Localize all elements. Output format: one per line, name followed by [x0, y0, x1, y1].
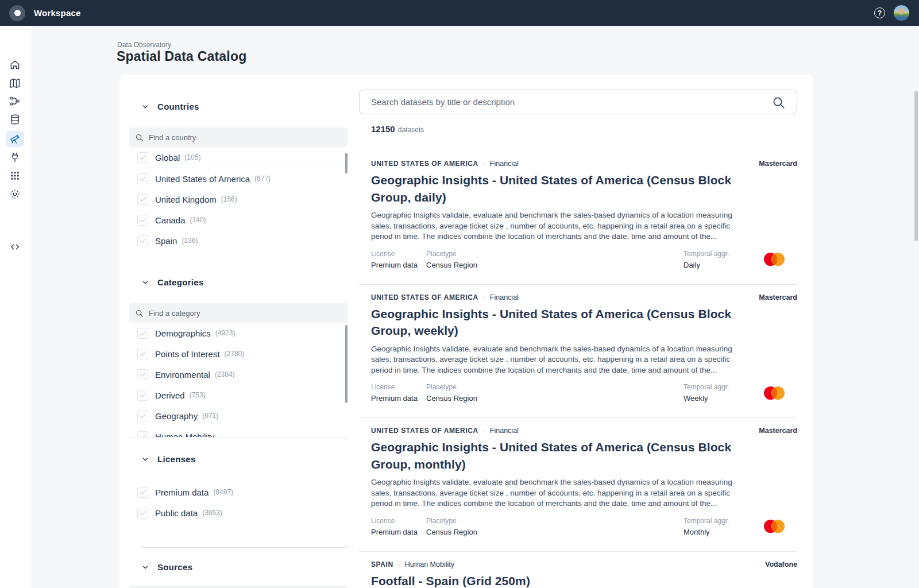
dataset-card-header: UNITED STATES OF AMERICA · Financial Mas…	[371, 427, 797, 435]
dataset-title: Footfall - Spain (Grid 250m)	[371, 572, 750, 588]
database-icon[interactable]	[6, 111, 24, 127]
filter-option-count: (753)	[190, 391, 206, 399]
checkbox[interactable]	[137, 328, 148, 339]
filter-option-label: Public data	[155, 508, 198, 518]
filter-option-label: United States of America	[155, 174, 250, 184]
user-avatar[interactable]	[893, 5, 910, 21]
categories-section-header[interactable]: Categories	[141, 277, 204, 287]
filter-option-row[interactable]: Geography (671)	[129, 405, 347, 426]
check-icon	[139, 154, 146, 161]
code-icon[interactable]	[6, 239, 24, 255]
filter-option-label: Human Mobility	[155, 432, 214, 438]
dataset-description: Geographic Insights validate, evaluate a…	[371, 477, 751, 509]
filter-option-count: (2780)	[225, 350, 245, 358]
checkbox[interactable]	[137, 431, 148, 438]
dataset-category: Financial	[490, 427, 519, 435]
filter-option-row[interactable]: Spain (136)	[129, 230, 347, 251]
filter-option-row[interactable]: United States of America (677)	[129, 168, 347, 189]
meta-value: Premium data	[371, 528, 426, 536]
filter-option-row[interactable]: Public data (3653)	[129, 502, 347, 523]
meta-value: Census Region	[426, 261, 684, 269]
apps-grid-icon[interactable]	[6, 168, 24, 184]
help-icon[interactable]: ?	[874, 7, 885, 18]
countries-section-header[interactable]: Countries	[141, 102, 199, 111]
checkbox[interactable]	[137, 349, 148, 359]
checkbox[interactable]	[137, 215, 148, 226]
dataset-card[interactable]: UNITED STATES OF AMERICA · Financial Mas…	[359, 151, 797, 284]
workspace-logo-icon[interactable]	[9, 5, 25, 21]
sources-section-header[interactable]: Sources	[141, 562, 192, 572]
country-list-scrollbar[interactable]	[345, 153, 347, 173]
filter-option-row[interactable]: Global (105)	[129, 147, 347, 168]
filter-option-row[interactable]: United Kingdom (156)	[129, 189, 347, 210]
filter-option-row[interactable]: Premium data (8497)	[129, 482, 347, 502]
gear-icon[interactable]	[6, 186, 24, 202]
meta-value: Premium data	[371, 394, 426, 403]
checkbox[interactable]	[137, 411, 148, 421]
results-count-label: datasets	[398, 126, 424, 134]
category-list-scrollbar[interactable]	[345, 325, 347, 403]
checkbox[interactable]	[137, 152, 148, 163]
checkbox[interactable]	[137, 487, 148, 498]
checkbox[interactable]	[137, 235, 148, 246]
dataset-country: UNITED STATES OF AMERICA	[371, 293, 478, 301]
meta-license: License Premium data	[371, 383, 426, 403]
country-search-input[interactable]	[149, 133, 342, 142]
filter-option-count: (140)	[190, 216, 206, 224]
category-search-input[interactable]	[149, 309, 342, 318]
dataset-card[interactable]: UNITED STATES OF AMERICA · Financial Mas…	[359, 417, 797, 551]
dataset-title: Geographic Insights - United States of A…	[371, 305, 750, 339]
page-scrollbar[interactable]	[914, 91, 918, 241]
chevron-down-icon	[141, 455, 149, 463]
chevron-down-icon	[141, 103, 149, 111]
country-list: Global (105) United States of America (6…	[129, 147, 347, 265]
chevron-down-icon	[141, 278, 149, 287]
dataset-meta-row: License Premium data Placetype Census Re…	[371, 383, 797, 403]
check-icon	[139, 196, 146, 203]
filter-option-row[interactable]: Points of Interest (2780)	[129, 343, 347, 364]
plug-icon[interactable]	[6, 149, 24, 165]
checkbox[interactable]	[137, 194, 148, 205]
dataset-provider: Vodafone	[765, 560, 797, 568]
filter-option-label: Geography	[155, 411, 198, 421]
dataset-country: SPAIN	[371, 560, 393, 568]
filter-item: Canada (140)	[129, 210, 347, 230]
dataset-provider: Mastercard	[759, 293, 797, 301]
filter-option-row[interactable]: Demographics (4923)	[129, 323, 347, 343]
filter-item: Spain (136)	[129, 230, 347, 251]
filter-option-count: (156)	[221, 195, 237, 203]
search-icon	[772, 96, 785, 109]
dataset-meta-row: License Premium data Placetype Census Re…	[371, 250, 797, 269]
meta-label: Temporal aggr.	[684, 517, 764, 525]
workflow-icon[interactable]	[6, 93, 24, 109]
home-icon[interactable]	[6, 57, 24, 73]
dataset-card[interactable]: SPAIN · Human Mobility Vodafone Footfall…	[359, 551, 797, 588]
checkbox[interactable]	[137, 508, 148, 519]
licenses-section-header[interactable]: Licenses	[141, 454, 196, 464]
dataset-card-header: UNITED STATES OF AMERICA · Financial Mas…	[371, 160, 797, 168]
check-icon	[139, 489, 146, 496]
filter-option-row[interactable]: Environmental (2384)	[129, 364, 347, 385]
chevron-down-icon	[141, 563, 149, 571]
checkbox[interactable]	[137, 390, 148, 401]
dataset-search-input[interactable]	[371, 97, 767, 107]
left-nav-rail	[0, 26, 32, 588]
checkbox[interactable]	[137, 369, 148, 380]
dataset-card[interactable]: UNITED STATES OF AMERICA · Financial Mas…	[359, 284, 797, 418]
results-count-number: 12150	[371, 124, 395, 134]
filter-option-count: (3653)	[202, 509, 222, 517]
dataset-provider: Mastercard	[759, 160, 797, 168]
checkbox[interactable]	[137, 173, 148, 184]
check-icon	[139, 330, 146, 337]
map-icon[interactable]	[6, 75, 24, 91]
telescope-icon[interactable]	[6, 131, 24, 147]
meta-label: Placetype	[426, 517, 684, 525]
filter-option-row[interactable]: Derived (753)	[129, 385, 347, 405]
filter-option-label: Derived	[155, 390, 185, 400]
separator-dot: ·	[483, 427, 485, 435]
filter-option-row[interactable]: Human Mobility	[129, 426, 347, 438]
dataset-card-list: UNITED STATES OF AMERICA · Financial Mas…	[359, 151, 797, 588]
filter-option-row[interactable]: Canada (140)	[129, 210, 347, 230]
dataset-description: Geographic Insights validate, evaluate a…	[371, 210, 751, 242]
workspace-title: Workspace	[34, 8, 81, 18]
